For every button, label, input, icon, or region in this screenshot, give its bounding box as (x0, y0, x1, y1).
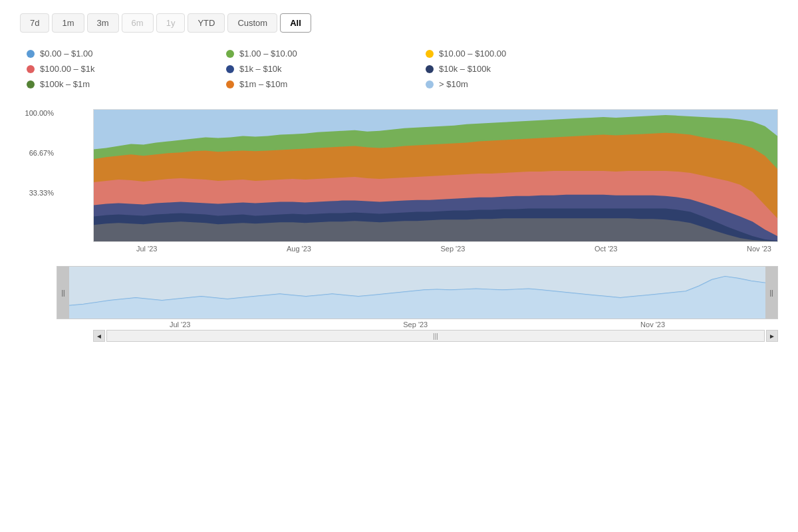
x-axis: Jul '23Aug '23Sep '23Oct '23Nov '23 (130, 242, 778, 253)
scroll-left-arrow[interactable]: ◄ (93, 330, 105, 342)
legend-item: $10.00 – $100.00 (426, 49, 612, 59)
legend-item: $1.00 – $10.00 (226, 49, 412, 59)
main-chart (93, 109, 778, 242)
legend-item: $0.00 – $1.00 (27, 49, 213, 59)
legend-dot (27, 50, 35, 58)
y-axis-label: 66.67% (20, 149, 54, 157)
scroll-track[interactable]: ||| (106, 330, 765, 342)
legend-item: $1k – $10k (226, 64, 412, 74)
time-btn-custom[interactable]: Custom (227, 13, 277, 33)
chart-legend: $0.00 – $1.00$1.00 – $10.00$10.00 – $100… (20, 49, 778, 89)
time-range-bar: 7d1m3m6m1yYTDCustomAll (20, 13, 778, 33)
scrollbar: ◄ ||| ► (93, 330, 778, 342)
legend-label: $1k – $10k (239, 64, 282, 74)
legend-dot (426, 65, 434, 73)
legend-label: $1.00 – $10.00 (239, 49, 297, 59)
scroll-thumb-icon: ||| (433, 332, 438, 340)
legend-item: $100k – $1m (27, 79, 213, 89)
chart-svg (94, 110, 777, 241)
mini-x-label: Jul '23 (170, 321, 190, 329)
legend-label: $10.00 – $100.00 (439, 49, 506, 59)
time-btn-7d[interactable]: 7d (20, 13, 49, 33)
time-btn-1y: 1y (156, 13, 186, 33)
legend-dot (226, 80, 234, 88)
x-axis-label: Sep '23 (440, 245, 465, 253)
mini-handle-right[interactable]: || (765, 267, 777, 319)
mini-chart: || || (57, 266, 778, 319)
legend-item: $10k – $100k (426, 64, 612, 74)
legend-item: $100.00 – $1k (27, 64, 213, 74)
legend-dot (27, 65, 35, 73)
legend-label: $100.00 – $1k (40, 64, 94, 74)
x-axis-label: Nov '23 (747, 245, 771, 253)
legend-label: $0.00 – $1.00 (40, 49, 93, 59)
mini-x-label: Nov '23 (640, 321, 665, 329)
mini-handle-left[interactable]: || (57, 267, 69, 319)
time-btn-ytd[interactable]: YTD (188, 13, 225, 33)
time-btn-3m[interactable]: 3m (87, 13, 119, 33)
y-axis-label: 33.33% (20, 189, 54, 197)
x-axis-label: Jul '23 (136, 245, 157, 253)
mini-x-label: Sep '23 (403, 321, 428, 329)
main-container: 7d1m3m6m1yYTDCustomAll $0.00 – $1.00$1.0… (0, 0, 798, 355)
x-axis-label: Aug '23 (287, 245, 311, 253)
legend-dot (226, 65, 234, 73)
legend-dot (426, 80, 434, 88)
legend-label: $1m – $10m (239, 79, 287, 89)
time-btn-1m[interactable]: 1m (52, 13, 84, 33)
scroll-right-arrow[interactable]: ► (766, 330, 778, 342)
y-axis-label: 100.00% (20, 109, 54, 117)
navigator-section: || || Jul '23Sep '23Nov '23 ◄ ||| ► (57, 266, 778, 342)
legend-dot (27, 80, 35, 88)
legend-dot (226, 50, 234, 58)
time-btn-all[interactable]: All (280, 13, 311, 33)
y-axis-labels: 100.00%66.67%33.33% (20, 109, 57, 242)
legend-item: $1m – $10m (226, 79, 412, 89)
mini-selected-range (69, 267, 765, 319)
legend-item: > $10m (426, 79, 612, 89)
x-axis-label: Oct '23 (595, 245, 618, 253)
legend-label: > $10m (439, 79, 468, 89)
legend-dot (426, 50, 434, 58)
legend-label: $100k – $1m (40, 79, 90, 89)
chart-wrapper: 100.00%66.67%33.33% (20, 109, 778, 253)
mini-x-axis: Jul '23Sep '23Nov '23 (57, 319, 778, 329)
time-btn-6m: 6m (122, 13, 154, 33)
legend-label: $10k – $100k (439, 64, 491, 74)
